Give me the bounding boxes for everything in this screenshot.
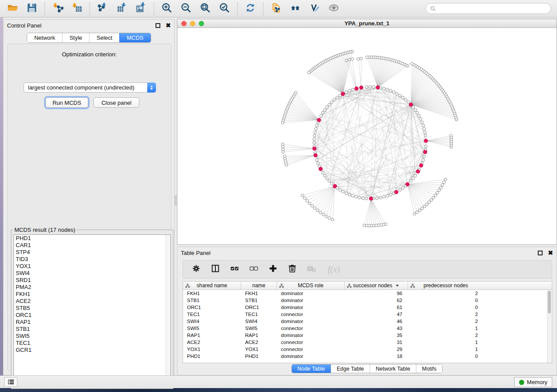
mcds-result-node[interactable]: SWI4 (14, 270, 170, 277)
network-node[interactable] (323, 109, 326, 111)
network-node[interactable] (421, 121, 423, 124)
mcds-result-node[interactable]: TID3 (14, 256, 170, 263)
network-canvas[interactable] (177, 28, 557, 244)
network-node[interactable] (392, 91, 395, 93)
mcds-network-node[interactable] (416, 170, 420, 173)
network-node[interactable] (398, 189, 401, 191)
column-header-successor-nodes[interactable]: successor nodes (345, 282, 408, 289)
network-node[interactable] (376, 197, 378, 199)
network-node[interactable] (424, 134, 427, 137)
criterion-dropdown[interactable]: largest connected component (undirected) (24, 83, 156, 93)
network-node[interactable] (351, 195, 354, 197)
first-neighbors-button[interactable] (289, 3, 301, 15)
network-node[interactable] (383, 196, 385, 198)
network-node[interactable] (345, 91, 347, 93)
mcds-network-node[interactable] (360, 86, 363, 89)
table-row[interactable]: TEC1TEC1connector472 (183, 311, 552, 318)
mcds-result-node[interactable]: CAR1 (14, 242, 170, 249)
network-node[interactable] (348, 58, 350, 61)
column-header-predecessor-nodes[interactable]: predecessor nodes (408, 282, 484, 289)
network-node[interactable] (421, 207, 423, 210)
network-node[interactable] (439, 186, 442, 189)
network-node[interactable] (313, 207, 316, 210)
network-node[interactable] (330, 182, 333, 185)
network-node[interactable] (342, 190, 344, 193)
create-column-button[interactable] (268, 264, 278, 275)
table-row[interactable]: ACE2ACE2connector311 (183, 339, 552, 346)
network-node[interactable] (413, 213, 416, 215)
mcds-network-node[interactable] (376, 86, 380, 89)
network-node[interactable] (425, 145, 427, 148)
network-node[interactable] (416, 211, 419, 213)
table-row[interactable]: RAP1RAP1dominator352 (183, 332, 552, 339)
network-node[interactable] (428, 201, 430, 203)
network-node[interactable] (328, 179, 330, 182)
mcds-result-node[interactable]: PMA2 (14, 284, 170, 291)
select-all-checkboxes-button[interactable] (229, 264, 240, 275)
zoom-out-button[interactable] (180, 3, 192, 15)
close-panel-button[interactable]: Close panel (93, 97, 139, 108)
mcds-result-node[interactable]: TEC1 (14, 340, 170, 347)
network-node[interactable] (411, 62, 413, 65)
network-node[interactable] (311, 204, 313, 207)
delete-column-button[interactable] (287, 264, 298, 275)
network-node[interactable] (313, 141, 315, 144)
network-node[interactable] (333, 98, 336, 101)
network-node[interactable] (303, 197, 306, 199)
network-node[interactable] (351, 88, 354, 91)
table-row[interactable]: STB1STB1dominator620 (183, 297, 552, 304)
table-row[interactable]: FKH1FKH1dominator962 (183, 290, 552, 297)
mcds-result-node[interactable]: SRD1 (14, 277, 170, 284)
network-node[interactable] (372, 86, 375, 88)
mcds-result-node[interactable]: YOX1 (14, 263, 170, 270)
network-node[interactable] (369, 86, 371, 88)
zoom-fit-button[interactable] (199, 3, 211, 15)
network-node[interactable] (424, 131, 426, 134)
network-node[interactable] (320, 114, 322, 117)
network-node[interactable] (345, 59, 348, 62)
open-file-button[interactable] (7, 3, 19, 15)
clone-network-button[interactable] (270, 3, 282, 15)
tab-mcds[interactable]: MCDS (119, 33, 150, 42)
table-scrollbar[interactable] (547, 290, 551, 363)
import-network-button[interactable] (52, 3, 64, 15)
network-node[interactable] (348, 89, 351, 92)
network-node[interactable] (422, 124, 425, 127)
toggle-columns-button[interactable] (210, 264, 221, 275)
network-node[interactable] (328, 103, 330, 106)
network-node[interactable] (450, 134, 452, 137)
network-node[interactable] (389, 193, 392, 196)
network-node[interactable] (438, 189, 440, 192)
network-node[interactable] (418, 114, 420, 117)
network-node[interactable] (322, 171, 324, 174)
network-node[interactable] (314, 131, 316, 134)
network-node[interactable] (325, 106, 328, 108)
network-node[interactable] (443, 181, 445, 183)
network-node[interactable] (412, 177, 414, 179)
network-node[interactable] (423, 205, 426, 208)
network-node[interactable] (331, 218, 334, 221)
network-node[interactable] (319, 211, 322, 213)
network-node[interactable] (436, 191, 439, 194)
mcds-result-node[interactable]: STB1 (14, 326, 170, 333)
network-node[interactable] (330, 100, 333, 103)
network-node[interactable] (362, 197, 364, 199)
memory-button[interactable]: Memory (514, 377, 552, 387)
network-node[interactable] (322, 213, 325, 216)
network-node[interactable] (444, 178, 446, 181)
network-node[interactable] (325, 177, 328, 179)
mcds-network-node[interactable] (419, 164, 423, 167)
mcds-network-node[interactable] (341, 92, 345, 96)
mcds-network-node[interactable] (314, 154, 317, 157)
network-node[interactable] (301, 194, 304, 196)
network-node[interactable] (401, 186, 404, 189)
mcds-network-node[interactable] (394, 190, 398, 194)
float-table-panel-icon[interactable] (538, 251, 543, 255)
network-node[interactable] (328, 217, 331, 219)
network-node[interactable] (430, 199, 432, 201)
network-node[interactable] (357, 58, 360, 60)
network-node[interactable] (308, 202, 311, 205)
network-node[interactable] (316, 209, 319, 212)
float-panel-icon[interactable] (156, 23, 160, 28)
export-image-button[interactable] (135, 3, 147, 15)
